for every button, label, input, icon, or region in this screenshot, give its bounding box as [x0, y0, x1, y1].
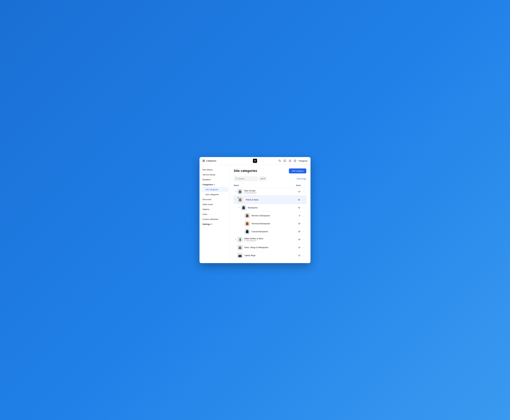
table-row: Totes, Slings & Waistpacks 15 ··· — [234, 244, 306, 252]
table-header: Name ↑ Items — [234, 183, 306, 188]
expand-button[interactable]: ∨ — [234, 191, 237, 193]
topnav-title: Categories — [206, 160, 216, 162]
category-info: Packs & Gear — [246, 199, 296, 201]
table-row: ∧ Packs & Gear 42 ··· — [234, 196, 306, 204]
sidebar-item-service-library[interactable]: Service library — [200, 172, 229, 177]
topnav-left: Categories — [202, 160, 237, 162]
help-icon[interactable]: ? — [293, 159, 297, 162]
category-thumbnail — [245, 229, 250, 234]
sidebar-section-settings[interactable]: Settings ▼ — [200, 222, 229, 227]
menu-icon[interactable] — [202, 160, 205, 162]
svg-rect-28 — [240, 239, 240, 241]
sidebar-item-modifiers[interactable]: Modifiers — [200, 177, 229, 182]
category-info: New Arrivals 6 subcategories — [244, 190, 296, 194]
search-box[interactable] — [234, 176, 258, 181]
category-menu-button[interactable]: ··· — [302, 190, 306, 193]
sidebar-item-site-categories[interactable]: Site categories — [202, 187, 228, 192]
table-row: Women's Backpacks 6 ··· — [234, 212, 306, 220]
category-name: Water Bottles & More — [244, 237, 296, 240]
category-thumbnail — [237, 245, 243, 250]
expand-button[interactable]: ∨ — [234, 239, 237, 240]
sidebar-item-item-library[interactable]: Item library — [200, 167, 229, 172]
category-info: Backpacks — [248, 207, 296, 209]
col-name-header: Name ↑ — [234, 184, 240, 187]
category-item-count: 20 — [296, 230, 300, 233]
svg-line-6 — [237, 179, 237, 179]
filter-button[interactable]: All — [259, 176, 267, 181]
toolbar: All Rearrange — [234, 176, 306, 181]
category-menu-button[interactable]: ··· — [302, 214, 306, 217]
chevron-up-icon: ▲ — [214, 184, 215, 185]
toolbar-left: All — [234, 176, 267, 181]
svg-rect-17 — [243, 206, 245, 207]
svg-rect-12 — [240, 191, 240, 192]
sidebar-item-sales-taxes[interactable]: Sales taxes — [200, 202, 229, 207]
page-title: Site categories — [234, 169, 257, 173]
category-item-count: 42 — [296, 207, 300, 209]
svg-rect-21 — [247, 215, 248, 216]
category-item-count: 15 — [296, 246, 300, 248]
svg-rect-24 — [247, 223, 248, 224]
sidebar-item-custom-attributes[interactable]: Custom attributes — [200, 217, 229, 222]
add-category-button[interactable]: Add category — [289, 168, 306, 173]
svg-rect-26 — [247, 230, 248, 231]
category-item-count: 6 — [296, 215, 300, 217]
svg-rect-29 — [240, 238, 240, 239]
category-menu-button[interactable]: ··· — [302, 238, 306, 241]
search-icon[interactable] — [278, 159, 281, 162]
user-label[interactable]: Patagonia — [299, 160, 308, 162]
topnav: Categories — [200, 157, 310, 165]
topnav-right: ? Patagonia — [273, 159, 308, 162]
table-row: ∨ Water Bottles & More 3 subcategories 1… — [234, 236, 306, 244]
topnav-center — [237, 159, 272, 163]
category-thumbnail-wrap — [237, 197, 244, 202]
svg-rect-30 — [240, 239, 241, 240]
category-name: Backpacks — [248, 207, 296, 209]
sort-icon: ↑ — [240, 185, 240, 186]
sidebar-item-units[interactable]: Units — [200, 212, 229, 217]
category-info: Totes, Slings & Waistpacks — [244, 246, 296, 248]
svg-rect-27 — [247, 231, 248, 232]
category-info: Women's Backpacks — [251, 215, 296, 217]
table-row: ∧ Backpacks 42 ··· — [234, 204, 306, 212]
chevron-down-icon: ▼ — [211, 223, 213, 225]
category-menu-button[interactable]: ··· — [302, 198, 306, 201]
table-row: ∨ New Arrivals 6 subcategories 14 ··· — [234, 188, 306, 196]
category-thumbnail — [245, 213, 250, 218]
sidebar-item-discounts[interactable]: Discounts — [200, 197, 229, 202]
sidebar-item-options[interactable]: Options — [200, 207, 229, 212]
table-row: Technical Backpacks 16 ··· — [234, 220, 306, 228]
bell-icon[interactable] — [288, 159, 292, 162]
expand-button[interactable]: ∧ — [237, 207, 241, 209]
rearrange-button[interactable]: Rearrange — [297, 178, 306, 180]
category-menu-button[interactable]: ··· — [302, 206, 306, 209]
category-menu-button[interactable]: ··· — [302, 246, 306, 249]
svg-rect-11 — [239, 190, 241, 191]
category-name: Packs & Gear — [246, 199, 296, 201]
category-name: Technical Backpacks — [251, 222, 296, 225]
svg-rect-33 — [239, 255, 241, 256]
search-input[interactable] — [238, 178, 256, 180]
category-item-count: 18 — [296, 238, 300, 240]
category-info: Water Bottles & More 3 subcategories — [244, 237, 296, 241]
category-thumbnail — [237, 253, 243, 258]
chat-icon[interactable] — [283, 159, 286, 162]
category-name: Casual Backpacks — [251, 230, 296, 233]
expand-button[interactable]: ∧ — [234, 199, 237, 201]
category-info: Casual Backpacks — [251, 230, 296, 233]
category-menu-button[interactable]: ··· — [302, 222, 306, 225]
sidebar-section-categories[interactable]: Categories ▲ — [200, 182, 229, 187]
category-item-count: 14 — [296, 190, 300, 193]
svg-rect-2 — [284, 160, 286, 161]
filter-icon — [263, 178, 265, 180]
logo-icon — [253, 159, 257, 163]
category-thumbnail — [237, 237, 243, 242]
search-icon — [236, 178, 237, 180]
sidebar-item-item-categories[interactable]: Item categories — [202, 192, 229, 197]
content-header: Site categories Add category — [234, 168, 306, 173]
category-menu-button[interactable]: ··· — [302, 230, 306, 233]
svg-line-1 — [280, 161, 281, 162]
category-item-count: 12 — [296, 254, 300, 256]
table-row: Laptop Bags 12 ··· — [234, 252, 306, 260]
category-menu-button[interactable]: ··· — [302, 254, 306, 257]
